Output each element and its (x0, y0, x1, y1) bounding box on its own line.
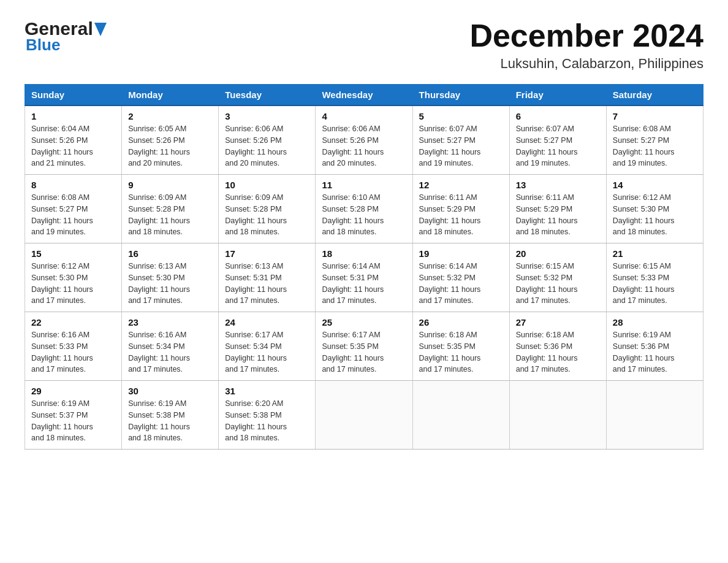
calendar-day-header-friday: Friday (509, 85, 606, 106)
day-number: 28 (613, 317, 697, 327)
calendar-week-row: 15 Sunrise: 6:12 AM Sunset: 5:30 PM Dayl… (25, 243, 703, 312)
calendar-cell: 19 Sunrise: 6:14 AM Sunset: 5:32 PM Dayl… (412, 243, 509, 312)
day-number: 30 (128, 386, 212, 396)
day-number: 15 (31, 248, 115, 259)
day-number: 26 (419, 317, 503, 327)
day-info: Sunrise: 6:10 AM Sunset: 5:28 PM Dayligh… (322, 192, 406, 238)
day-info: Sunrise: 6:08 AM Sunset: 5:27 PM Dayligh… (31, 192, 115, 238)
calendar-cell: 5 Sunrise: 6:07 AM Sunset: 5:27 PM Dayli… (412, 105, 509, 175)
day-number: 12 (419, 180, 503, 190)
calendar-cell: 9 Sunrise: 6:09 AM Sunset: 5:28 PM Dayli… (122, 175, 219, 243)
calendar-cell: 30 Sunrise: 6:19 AM Sunset: 5:38 PM Dayl… (122, 381, 219, 450)
calendar-day-header-sunday: Sunday (25, 85, 122, 106)
day-info: Sunrise: 6:19 AM Sunset: 5:37 PM Dayligh… (31, 398, 115, 444)
day-info: Sunrise: 6:16 AM Sunset: 5:34 PM Dayligh… (128, 329, 212, 375)
day-info: Sunrise: 6:08 AM Sunset: 5:27 PM Dayligh… (613, 123, 697, 169)
calendar-cell: 17 Sunrise: 6:13 AM Sunset: 5:31 PM Dayl… (219, 243, 316, 312)
day-info: Sunrise: 6:17 AM Sunset: 5:34 PM Dayligh… (225, 329, 309, 375)
page-header: General Blue December 2024 Luksuhin, Cal… (25, 18, 703, 72)
day-info: Sunrise: 6:13 AM Sunset: 5:30 PM Dayligh… (128, 261, 212, 307)
day-info: Sunrise: 6:16 AM Sunset: 5:33 PM Dayligh… (31, 329, 115, 375)
day-info: Sunrise: 6:12 AM Sunset: 5:30 PM Dayligh… (31, 261, 115, 307)
calendar-table: SundayMondayTuesdayWednesdayThursdayFrid… (25, 84, 703, 450)
calendar-cell: 15 Sunrise: 6:12 AM Sunset: 5:30 PM Dayl… (25, 243, 122, 312)
calendar-cell: 25 Sunrise: 6:17 AM Sunset: 5:35 PM Dayl… (316, 312, 412, 381)
page-title: December 2024 (469, 18, 703, 53)
calendar-cell: 24 Sunrise: 6:17 AM Sunset: 5:34 PM Dayl… (219, 312, 316, 381)
day-info: Sunrise: 6:04 AM Sunset: 5:26 PM Dayligh… (31, 123, 115, 169)
day-info: Sunrise: 6:09 AM Sunset: 5:28 PM Dayligh… (128, 192, 212, 238)
day-number: 14 (613, 180, 697, 190)
day-info: Sunrise: 6:07 AM Sunset: 5:27 PM Dayligh… (419, 123, 503, 169)
calendar-cell: 14 Sunrise: 6:12 AM Sunset: 5:30 PM Dayl… (606, 175, 703, 243)
calendar-week-row: 22 Sunrise: 6:16 AM Sunset: 5:33 PM Dayl… (25, 312, 703, 381)
calendar-cell: 1 Sunrise: 6:04 AM Sunset: 5:26 PM Dayli… (25, 105, 122, 175)
calendar-cell: 7 Sunrise: 6:08 AM Sunset: 5:27 PM Dayli… (606, 105, 703, 175)
calendar-cell: 22 Sunrise: 6:16 AM Sunset: 5:33 PM Dayl… (25, 312, 122, 381)
calendar-day-header-tuesday: Tuesday (219, 85, 316, 106)
day-info: Sunrise: 6:17 AM Sunset: 5:35 PM Dayligh… (322, 329, 406, 375)
calendar-cell: 20 Sunrise: 6:15 AM Sunset: 5:32 PM Dayl… (509, 243, 606, 312)
day-number: 9 (128, 180, 212, 190)
day-info: Sunrise: 6:19 AM Sunset: 5:36 PM Dayligh… (613, 329, 697, 375)
day-number: 29 (31, 386, 115, 396)
calendar-day-header-thursday: Thursday (412, 85, 509, 106)
page-subtitle: Luksuhin, Calabarzon, Philippines (469, 56, 703, 72)
calendar-cell: 12 Sunrise: 6:11 AM Sunset: 5:29 PM Dayl… (412, 175, 509, 243)
day-info: Sunrise: 6:12 AM Sunset: 5:30 PM Dayligh… (613, 192, 697, 238)
day-number: 31 (225, 386, 309, 396)
calendar-cell: 23 Sunrise: 6:16 AM Sunset: 5:34 PM Dayl… (122, 312, 219, 381)
calendar-cell: 13 Sunrise: 6:11 AM Sunset: 5:29 PM Dayl… (509, 175, 606, 243)
day-info: Sunrise: 6:13 AM Sunset: 5:31 PM Dayligh… (225, 261, 309, 307)
day-number: 24 (225, 317, 309, 327)
calendar-cell (412, 381, 509, 450)
calendar-cell (509, 381, 606, 450)
calendar-day-header-saturday: Saturday (606, 85, 703, 106)
svg-marker-0 (94, 23, 107, 36)
logo: General Blue (25, 18, 107, 55)
calendar-cell: 21 Sunrise: 6:15 AM Sunset: 5:33 PM Dayl… (606, 243, 703, 312)
calendar-week-row: 1 Sunrise: 6:04 AM Sunset: 5:26 PM Dayli… (25, 105, 703, 175)
day-info: Sunrise: 6:20 AM Sunset: 5:38 PM Dayligh… (225, 398, 309, 444)
logo-arrow-icon (94, 23, 107, 36)
day-number: 17 (225, 248, 309, 259)
calendar-cell: 29 Sunrise: 6:19 AM Sunset: 5:37 PM Dayl… (25, 381, 122, 450)
calendar-day-header-wednesday: Wednesday (316, 85, 412, 106)
day-info: Sunrise: 6:09 AM Sunset: 5:28 PM Dayligh… (225, 192, 309, 238)
calendar-week-row: 29 Sunrise: 6:19 AM Sunset: 5:37 PM Dayl… (25, 381, 703, 450)
calendar-cell (606, 381, 703, 450)
day-number: 27 (516, 317, 600, 327)
calendar-cell: 18 Sunrise: 6:14 AM Sunset: 5:31 PM Dayl… (316, 243, 412, 312)
day-number: 13 (516, 180, 600, 190)
day-number: 7 (613, 111, 697, 121)
calendar-cell (316, 381, 412, 450)
day-info: Sunrise: 6:11 AM Sunset: 5:29 PM Dayligh… (419, 192, 503, 238)
day-info: Sunrise: 6:15 AM Sunset: 5:33 PM Dayligh… (613, 261, 697, 307)
day-info: Sunrise: 6:19 AM Sunset: 5:38 PM Dayligh… (128, 398, 212, 444)
day-info: Sunrise: 6:05 AM Sunset: 5:26 PM Dayligh… (128, 123, 212, 169)
calendar-cell: 27 Sunrise: 6:18 AM Sunset: 5:36 PM Dayl… (509, 312, 606, 381)
day-number: 18 (322, 248, 406, 259)
calendar-cell: 4 Sunrise: 6:06 AM Sunset: 5:26 PM Dayli… (316, 105, 412, 175)
day-info: Sunrise: 6:18 AM Sunset: 5:35 PM Dayligh… (419, 329, 503, 375)
calendar-cell: 10 Sunrise: 6:09 AM Sunset: 5:28 PM Dayl… (219, 175, 316, 243)
day-number: 10 (225, 180, 309, 190)
day-number: 11 (322, 180, 406, 190)
day-number: 1 (31, 111, 115, 121)
day-number: 6 (516, 111, 600, 121)
calendar-cell: 8 Sunrise: 6:08 AM Sunset: 5:27 PM Dayli… (25, 175, 122, 243)
calendar-cell: 2 Sunrise: 6:05 AM Sunset: 5:26 PM Dayli… (122, 105, 219, 175)
day-info: Sunrise: 6:18 AM Sunset: 5:36 PM Dayligh… (516, 329, 600, 375)
day-number: 23 (128, 317, 212, 327)
day-number: 3 (225, 111, 309, 121)
day-number: 2 (128, 111, 212, 121)
calendar-header-row: SundayMondayTuesdayWednesdayThursdayFrid… (25, 85, 703, 106)
day-number: 21 (613, 248, 697, 259)
day-number: 16 (128, 248, 212, 259)
logo-blue-text: Blue (26, 36, 60, 55)
calendar-day-header-monday: Monday (122, 85, 219, 106)
day-info: Sunrise: 6:14 AM Sunset: 5:31 PM Dayligh… (322, 261, 406, 307)
calendar-cell: 3 Sunrise: 6:06 AM Sunset: 5:26 PM Dayli… (219, 105, 316, 175)
calendar-cell: 28 Sunrise: 6:19 AM Sunset: 5:36 PM Dayl… (606, 312, 703, 381)
calendar-cell: 31 Sunrise: 6:20 AM Sunset: 5:38 PM Dayl… (219, 381, 316, 450)
